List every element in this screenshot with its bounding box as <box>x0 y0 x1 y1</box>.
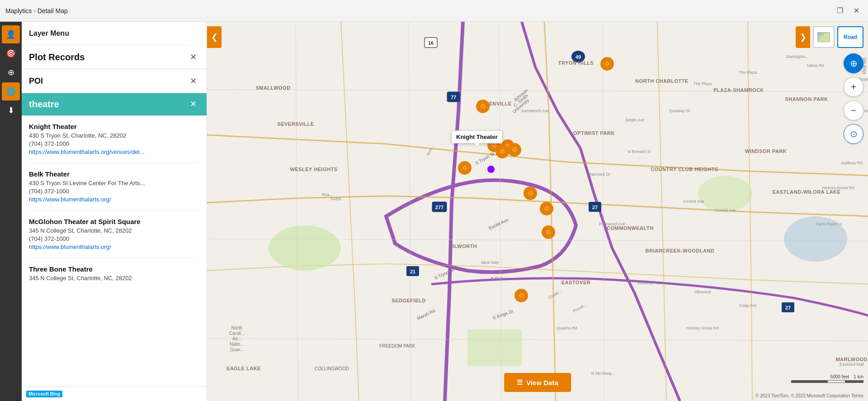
copyright-text: © 2023 TomTom, © 2023 Microsoft Corporat… <box>755 393 863 398</box>
svg-text:Eastway Dr: Eastway Dr <box>670 109 690 113</box>
map-toggle-button[interactable]: ❮ <box>207 26 222 48</box>
poi-marker[interactable]: ♲ <box>508 143 521 157</box>
svg-text:C. Smith: C. Smith <box>513 93 529 108</box>
result-url[interactable]: https://www.blumenthalarts.org/venues/de… <box>29 148 192 155</box>
svg-text:Seigle Ave: Seigle Ave <box>625 118 644 122</box>
poi-marker[interactable]: ♲ <box>514 289 528 302</box>
svg-text:Farm Pond Ln: Farm Pond Ln <box>816 222 842 226</box>
poi-marker[interactable]: ♲ <box>476 100 490 113</box>
result-url[interactable]: https://www.blumenthalarts.org/ <box>29 243 192 250</box>
svg-text:SEVERSVILLE: SEVERSVILLE <box>277 121 314 127</box>
svg-text:Provid...: Provid... <box>572 302 588 314</box>
svg-text:Eastland Mall: Eastland Mall <box>840 362 864 367</box>
list-item[interactable]: Three Bone Theatre 345 N College St, Cha… <box>29 258 199 290</box>
svg-text:Hickory Grove Rd: Hickory Grove Rd <box>822 186 854 190</box>
theatre-label: theatre <box>29 99 59 110</box>
tooltip-text: Knight Theater <box>456 134 498 140</box>
restore-button[interactable]: ❐ <box>834 5 846 17</box>
map-type-button[interactable] <box>813 26 835 48</box>
view-data-label: View Data <box>526 379 558 387</box>
svg-text:Central Ave: Central Ave <box>683 199 704 204</box>
svg-rect-3 <box>467 329 522 366</box>
map-tooltip: Knight Theater <box>451 130 503 143</box>
plot-records-close-button[interactable]: ✕ <box>187 51 199 63</box>
view-data-button[interactable]: ☰ View Data <box>504 373 571 392</box>
svg-rect-5 <box>425 38 437 48</box>
svg-text:PARK: PARK <box>331 197 342 201</box>
compass-button[interactable]: ⊕ <box>844 53 863 73</box>
map-type-preview <box>817 32 830 42</box>
sidebar-item-target[interactable]: 🎯 <box>2 44 20 62</box>
zoom-out-button[interactable]: − <box>844 100 863 120</box>
svg-text:Hickory Grove Rd: Hickory Grove Rd <box>686 326 718 330</box>
poi-marker[interactable]: ♲ <box>495 145 509 158</box>
poi-marker[interactable]: ♲ <box>600 57 614 71</box>
selected-location-dot <box>487 166 495 173</box>
scale-bar: 5000 feet 1 km <box>791 374 863 383</box>
result-phone: (704) 372-1000 <box>29 235 199 242</box>
svg-point-2 <box>698 176 752 212</box>
main-area: 👤 🎯 ⊕ 🌐 ⬇ Layer Menu Plot Records ✕ POI … <box>0 22 868 401</box>
list-item[interactable]: Belk Theater 430 S Tryon St Levine Cente… <box>29 163 199 210</box>
poi-title: POI <box>29 76 43 86</box>
theatre-close-button[interactable]: ✕ <box>187 98 199 110</box>
result-phone: (704) 372-1000 <box>29 188 199 195</box>
svg-text:BRIARCREEK-WOODLAND: BRIARCREEK-WOODLAND <box>646 248 715 253</box>
svg-text:Queens Rd: Queens Rd <box>557 326 577 330</box>
svg-text:E Blvd: E Blvd <box>491 276 503 281</box>
svg-text:COUNTRY CLUB HEIGHTS: COUNTRY CLUB HEIGHTS <box>651 167 718 172</box>
title-bar-left: Maplytics - Detail Map <box>5 7 68 14</box>
sidebar-item-download[interactable]: ⬇ <box>2 101 20 119</box>
map-right-controls: ⊕ + − ⊙ <box>844 53 863 144</box>
svg-text:TRYON HILLS: TRYON HILLS <box>558 60 594 66</box>
svg-text:The Plaza: The Plaza <box>693 81 712 86</box>
result-name: Belk Theater <box>29 170 199 178</box>
svg-text:FREEDOM PARK: FREEDOM PARK <box>379 344 415 348</box>
poi-marker[interactable]: ♲ <box>540 202 553 215</box>
side-panel: Layer Menu Plot Records ✕ POI ✕ theatre … <box>22 22 207 401</box>
svg-text:Caroli...: Caroli... <box>229 331 245 336</box>
svg-text:49: 49 <box>576 54 581 60</box>
map-area[interactable]: 16 77 49 277 27 27 21 TRYON HILLS NORTH … <box>207 22 868 401</box>
sidebar-item-person[interactable]: 👤 <box>2 25 20 43</box>
svg-text:N McAlway...: N McAlway... <box>591 371 615 376</box>
bing-footer: Microsoft Bing <box>22 387 207 401</box>
sidebar-item-globe[interactable]: 🌐 <box>2 82 20 100</box>
zoom-in-button[interactable]: + <box>844 77 863 97</box>
title-bar-controls: ❐ ✕ <box>834 5 863 17</box>
svg-text:Sudbury Rd: Sudbury Rd <box>841 161 863 165</box>
road-label-button[interactable]: Road <box>837 26 863 48</box>
result-address: 345 N College St, Charlotte, NC, 28202 <box>29 227 199 234</box>
close-button[interactable]: ✕ <box>850 5 863 17</box>
poi-marker[interactable]: ♲ <box>542 225 555 239</box>
list-item[interactable]: McGlohon Theater at Spirit Square 345 N … <box>29 210 199 258</box>
icon-strip: 👤 🎯 ⊕ 🌐 ⬇ <box>0 22 22 401</box>
list-item[interactable]: Knight Theater 430 S Tryon St, Charlotte… <box>29 115 199 163</box>
sidebar-item-layers[interactable]: ⊕ <box>2 63 20 81</box>
scale-km-label: 1 km <box>854 374 863 379</box>
bing-logo: Microsoft Bing <box>26 391 62 397</box>
svg-text:21: 21 <box>410 269 415 274</box>
svg-text:Johnson: Johnson <box>513 88 529 103</box>
svg-text:EASTOVER: EASTOVER <box>561 280 590 285</box>
svg-text:Mcalway Rd: Mcalway Rd <box>637 281 659 285</box>
svg-point-9 <box>571 51 585 62</box>
poi-section: POI ✕ <box>22 69 207 93</box>
location-button[interactable]: ⊙ <box>844 124 863 144</box>
svg-text:Guar...: Guar... <box>230 347 244 352</box>
svg-text:MARLWOOD: MARLWOOD <box>836 357 868 362</box>
svg-text:COMMONWEALTH: COMMONWEALTH <box>607 225 654 231</box>
svg-text:DILWORTH: DILWORTH <box>449 243 477 249</box>
result-url[interactable]: https://www.blumenthalarts.org/ <box>29 196 192 203</box>
svg-point-4 <box>784 216 847 262</box>
svg-text:Shamrock Dr: Shamrock Dr <box>587 172 611 177</box>
poi-close-button[interactable]: ✕ <box>187 75 199 87</box>
svg-text:Central Ave: Central Ave <box>715 208 736 213</box>
result-name: Knight Theater <box>29 123 199 130</box>
poi-marker[interactable]: ♲ <box>524 186 537 200</box>
map-copyright: © 2023 TomTom, © 2023 Microsoft Corporat… <box>755 393 863 398</box>
svg-text:SEDGEFIELD: SEDGEFIELD <box>392 298 425 303</box>
map-forward-button[interactable]: ❯ <box>796 26 810 48</box>
poi-marker[interactable]: ♲ <box>458 161 472 175</box>
result-phone: (704) 372-1000 <box>29 140 199 147</box>
